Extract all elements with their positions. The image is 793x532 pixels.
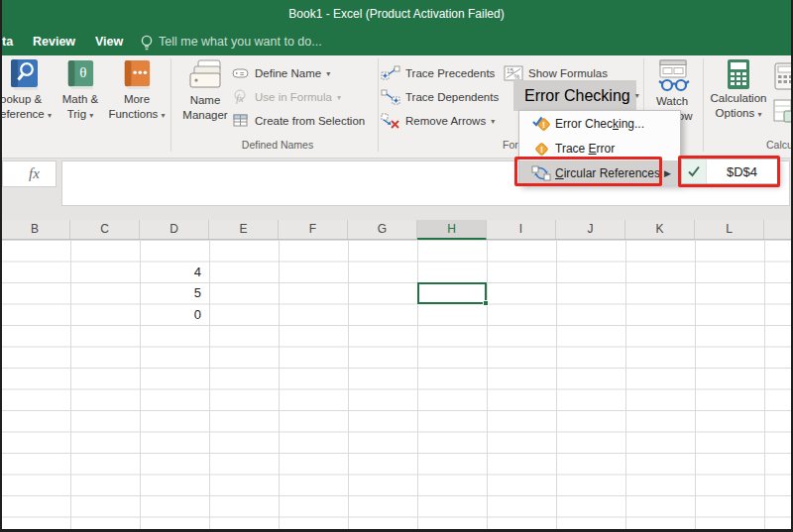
svg-text:%: % [514,73,520,80]
chevron-down-icon: ▾ [326,69,330,78]
column-header-f[interactable]: F [279,220,348,239]
show-formulas-icon: 15 % [504,65,523,81]
column-header-c[interactable]: C [70,220,140,239]
lightbulb-icon [140,34,154,52]
calculate-sheet-icon[interactable] [773,99,793,123]
chevron-down-icon: ▾ [337,93,341,102]
column-header-j[interactable]: J [556,220,625,239]
tab-data-partial[interactable]: ta [2,28,13,55]
name-manager-icon [185,58,225,93]
define-name-icon: = [232,65,250,81]
tab-review[interactable]: Review [33,28,75,55]
calculation-options-label-line1: Calculation [711,91,767,106]
svg-text:!: ! [542,120,545,130]
chevron-down-icon: ▾ [757,110,761,119]
trace-dependents-icon [381,89,400,105]
chevron-down-icon: ▾ [48,111,52,120]
chevron-down-icon: ▾ [635,91,639,100]
create-from-selection-button[interactable]: Create from Selection [232,111,365,131]
annotation-box-circular-references [514,157,662,186]
annotation-box-cell-reference [678,156,780,187]
math-book-icon: θ [65,58,95,92]
ribbon-tab-bar: ta Review View Tell me what you want to … [0,28,793,55]
calculation-options-label-line2: Options [716,107,755,119]
column-header-e[interactable]: E [209,220,279,239]
svg-text:!: ! [540,145,543,155]
fill-handle[interactable] [483,300,489,306]
create-from-selection-icon [232,113,250,129]
trace-dependents-label: Trace Dependents [405,91,499,103]
use-in-formula-button[interactable]: fx Use in Formula ▾ [232,87,341,107]
svg-text:=: = [240,69,245,78]
menu-item-error-checking[interactable]: ! Error Checking... [519,111,680,136]
column-header-b[interactable]: B [0,220,70,239]
trace-error-icon: ! [527,140,555,158]
calculation-options-button[interactable]: Calculation Options ▾ [700,58,777,122]
remove-arrows-icon [381,113,400,129]
calculator-icon [725,58,752,91]
selected-cell[interactable] [417,282,487,304]
screen-border-left [0,0,2,532]
more-functions-button[interactable]: More Functions ▾ [105,58,169,123]
math-label-line2: Trig [67,108,86,120]
tell-me-box[interactable]: Tell me what you want to do... [159,28,322,55]
use-in-formula-label: Use in Formula [255,91,332,103]
column-header-k[interactable]: K [625,220,695,239]
remove-arrows-button[interactable]: Remove Arrows ▾ [381,111,495,131]
group-separator [170,58,171,152]
chevron-down-icon: ▾ [491,117,495,126]
remove-arrows-label: Remove Arrows [405,115,486,127]
create-from-selection-label: Create from Selection [255,115,365,127]
cell-d-value[interactable]: 5 [140,282,205,303]
watch-window-icon [652,58,692,94]
excel-window: Book1 - Excel (Product Activation Failed… [0,0,793,532]
trace-precedents-button[interactable]: Trace Precedents [381,63,495,83]
window-title: Book1 - Excel (Product Activation Failed… [288,7,504,21]
cell-d-value[interactable]: 0 [140,304,205,325]
math-label-line1: Math & [62,92,98,107]
column-header-i[interactable]: I [487,220,556,239]
fx-icon: fx [29,165,40,182]
name-manager-label-line1: Name [190,93,221,108]
error-checking-label: Error Checking [524,87,630,105]
worksheet-grid[interactable]: 4 5 0 [0,240,793,532]
name-manager-button[interactable]: Name Manager [180,58,230,123]
group-separator [378,58,379,152]
chevron-down-icon: ▾ [89,111,93,120]
error-checking-icon: ! [527,115,555,133]
column-header-h-selected[interactable]: H [417,220,487,240]
name-manager-label-line2: Manager [182,108,227,123]
more-functions-label-line1: More [124,92,150,107]
lookup-book-icon [8,58,40,92]
math-trig-button[interactable]: θ Math & Trig ▾ [56,58,105,123]
cell-d-value[interactable]: 4 [140,262,205,282]
insert-function-button[interactable]: fx [2,160,57,187]
defined-names-group-label: Defined Names [212,139,343,151]
trace-precedents-icon [381,65,400,81]
lookup-reference-button[interactable]: ookup & eference ▾ [0,58,61,123]
column-header-partial[interactable] [764,220,793,239]
error-checking-button[interactable]: ! Error Checking ▾ [513,80,636,111]
trace-precedents-label: Trace Precedents [405,67,495,79]
define-name-button[interactable]: = Define Name ▾ [232,63,330,83]
define-name-label: Define Name [255,67,321,79]
lookup-label-line1: ookup & [0,92,42,107]
calculation-group-label: Calculation [766,139,793,151]
submenu-arrow-icon: ▶ [664,168,671,178]
column-headers: B C D E F G H I J K L [0,220,793,240]
tab-view[interactable]: View [95,28,123,55]
chevron-down-icon: ▾ [162,111,166,120]
more-functions-book-icon [122,58,152,92]
lookup-label-line2: eference [0,108,45,120]
show-formulas-label: Show Formulas [528,67,608,79]
use-in-formula-icon: fx [232,89,250,105]
column-header-d[interactable]: D [140,220,209,239]
trace-dependents-button[interactable]: Trace Dependents [381,87,499,107]
more-functions-label-line2: Functions [108,108,158,120]
title-bar: Book1 - Excel (Product Activation Failed… [0,0,793,28]
column-header-l[interactable]: L [695,220,764,239]
svg-text:θ: θ [79,64,86,80]
svg-text:fx: fx [236,92,244,104]
column-header-g[interactable]: G [348,220,417,239]
watch-window-label-line1: Watch [656,94,688,109]
